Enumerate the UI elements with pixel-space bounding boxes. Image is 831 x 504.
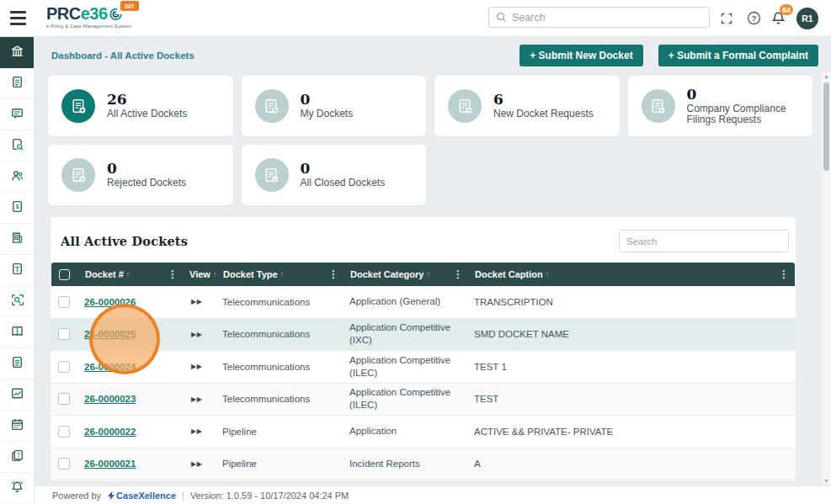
sidebar-item-analytics[interactable] (0, 379, 35, 411)
sort-arrow-icon[interactable]: ↑ (213, 270, 217, 279)
view-docket-icon[interactable]: ▶▶ (189, 331, 222, 338)
sidebar-item-calendar[interactable] (0, 411, 35, 442)
stat-card-all-closed-dockets[interactable]: 0All Closed Dockets (242, 145, 427, 205)
row-checkbox[interactable] (58, 296, 70, 308)
table-row: 26-0000024▶▶TelecommunicationsApplicatio… (51, 351, 796, 384)
view-docket-icon[interactable]: ▶▶ (189, 363, 222, 370)
app-window: PRCe36 e-Filing & Case Management System… (0, 0, 831, 504)
template-icon (10, 262, 24, 279)
sidebar-item-dashboard[interactable] (0, 37, 35, 68)
docket-stat-icon (61, 158, 95, 192)
stat-card-all-active-dockets[interactable]: 26All Active Dockets (48, 76, 233, 136)
scroll-down-arrow-icon[interactable]: ▼ (822, 478, 831, 484)
sort-arrow-icon[interactable]: ↑ (280, 270, 285, 279)
docket-category-cell: Application Competitive (IXC) (349, 321, 474, 347)
table-row: 26-0000026▶▶TelecommunicationsApplicatio… (51, 286, 796, 319)
table-row: 26-0000021▶▶PipelineIncident ReportsA (51, 448, 796, 481)
view-docket-icon[interactable]: ▶▶ (189, 395, 222, 403)
ledger-icon (10, 324, 24, 342)
view-docket-icon[interactable]: ▶▶ (189, 460, 222, 468)
row-checkbox[interactable] (58, 426, 70, 438)
sidebar-item-company[interactable] (0, 224, 35, 255)
column-header-docket-category[interactable]: Docket Category↑⋮ (350, 269, 475, 279)
column-menu-icon[interactable]: ⋮ (453, 269, 463, 279)
search-icon (496, 12, 507, 23)
sidebar-item-help-pages[interactable]: ? (0, 442, 35, 473)
hamburger-menu-icon[interactable] (10, 11, 26, 25)
fullscreen-icon[interactable] (720, 12, 733, 25)
column-menu-icon[interactable]: ⋮ (168, 269, 178, 279)
stat-value: 0 (687, 87, 808, 102)
sidebar-item-templates[interactable] (0, 255, 35, 286)
sidebar-item-payments[interactable]: $ (0, 193, 35, 224)
vertical-scrollbar[interactable]: ▲ ▼ (822, 72, 831, 485)
select-all-checkbox[interactable] (59, 269, 70, 280)
sidebar-item-messages[interactable] (0, 99, 35, 130)
docket-number-link[interactable]: 26-0000026 (84, 297, 136, 307)
sidebar-item-parties[interactable] (0, 162, 35, 193)
row-checkbox[interactable] (58, 393, 70, 405)
sort-arrow-icon[interactable]: ↑ (426, 270, 430, 279)
docket-number-link[interactable]: 26-0000025 (84, 329, 136, 339)
global-search-input[interactable] (512, 12, 702, 24)
scroll-up-arrow-icon[interactable]: ▲ (822, 73, 831, 79)
docket-category-cell: Application (349, 425, 474, 438)
app-logo[interactable]: PRCe36 e-Filing & Case Management System (46, 4, 131, 29)
sidebar-item-document-search[interactable] (0, 286, 35, 317)
help-icon[interactable]: ? (747, 11, 761, 25)
sidebar-item-filings[interactable] (0, 68, 35, 99)
docket-number-link[interactable]: 26-0000021 (84, 459, 136, 469)
docket-type-cell: Pipeline (222, 459, 349, 469)
bank-icon (10, 44, 24, 61)
table-menu-icon[interactable]: ⋮ (779, 269, 789, 279)
stat-card-my-dockets[interactable]: 0My Dockets (242, 76, 427, 136)
user-avatar[interactable]: R1 (796, 8, 818, 29)
users-icon (10, 168, 24, 186)
stat-card-rejected-dockets[interactable]: 0Rejected Dockets (48, 145, 233, 205)
file-search-icon (10, 137, 24, 155)
sidebar-item-case-search[interactable] (0, 130, 35, 162)
faq-icon: ? (10, 448, 24, 466)
stat-value: 6 (493, 92, 594, 107)
docket-stat-icon (61, 89, 95, 123)
stat-card-company-compliance-filings-requests[interactable]: 0Company Compliance Filings Requests (628, 76, 813, 136)
sidebar-item-ledger[interactable] (0, 317, 35, 348)
casexellence-brand-link[interactable]: CaseXellence (107, 491, 176, 501)
scan-search-icon (10, 293, 24, 310)
row-checkbox[interactable] (58, 361, 70, 373)
sort-arrow-icon[interactable]: ↑ (546, 270, 550, 279)
docket-caption-cell: A (474, 459, 796, 469)
table-row: 26-0000023▶▶TelecommunicationsApplicatio… (51, 384, 796, 416)
view-docket-icon[interactable]: ▶▶ (189, 427, 222, 435)
view-docket-icon[interactable]: ▶▶ (189, 298, 222, 305)
column-header-docket-type[interactable]: Docket Type↑⋮ (223, 269, 350, 279)
column-header-view[interactable]: View↑ (189, 269, 223, 279)
row-checkbox[interactable] (58, 458, 70, 470)
stat-value: 0 (301, 92, 354, 107)
chart-icon (10, 386, 24, 404)
docket-caption-cell: TEST 1 (474, 362, 796, 372)
sort-arrow-icon[interactable]: ↑ (126, 270, 131, 279)
global-search[interactable] (488, 7, 710, 28)
docket-number-link[interactable]: 26-0000024 (84, 362, 136, 372)
stat-label: Rejected Dockets (107, 178, 186, 189)
stat-card-new-docket-requests[interactable]: 6New Docket Requests (434, 76, 620, 136)
bell-icon (10, 480, 24, 497)
scrollbar-thumb[interactable] (823, 82, 829, 171)
stat-value: 0 (107, 161, 186, 176)
sidebar-item-reports[interactable] (0, 348, 35, 379)
topbar: PRCe36 e-Filing & Case Management System… (0, 0, 831, 37)
column-header-docket[interactable]: Docket #↑⋮ (85, 269, 189, 279)
sidebar-item-notifications[interactable] (0, 473, 35, 504)
docket-number-link[interactable]: 26-0000022 (84, 427, 136, 437)
row-checkbox[interactable] (58, 328, 70, 340)
column-header-docket-caption[interactable]: Docket Caption↑⋮ (475, 269, 795, 279)
stat-label: All Active Dockets (107, 109, 187, 120)
docket-stat-icon (448, 89, 482, 123)
submit-new-docket-button[interactable]: + Submit New Docket (519, 45, 642, 66)
table-search-input[interactable] (619, 230, 789, 252)
stat-label: All Closed Dockets (301, 178, 386, 189)
column-menu-icon[interactable]: ⋮ (328, 269, 338, 279)
docket-number-link[interactable]: 26-0000023 (84, 394, 136, 404)
submit-formal-complaint-button[interactable]: + Submit a Formal Complaint (658, 45, 818, 66)
